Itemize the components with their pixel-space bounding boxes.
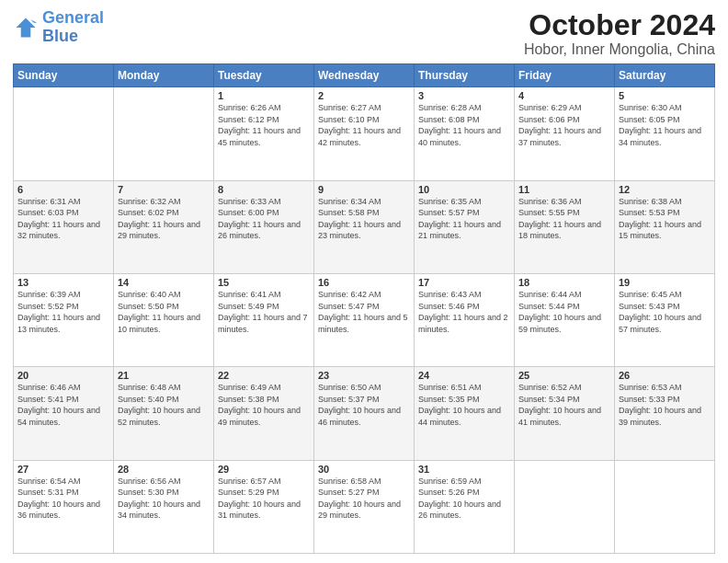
logo-line2: Blue [42, 27, 78, 45]
page: General Blue October 2024 Hobor, Inner M… [0, 0, 728, 563]
header-day-saturday: Saturday [615, 64, 715, 87]
header-row: SundayMondayTuesdayWednesdayThursdayFrid… [14, 64, 715, 87]
calendar-cell: 31Sunrise: 6:59 AMSunset: 5:26 PMDayligh… [415, 460, 515, 553]
calendar-cell: 19Sunrise: 6:45 AMSunset: 5:43 PMDayligh… [615, 273, 715, 366]
day-info: Sunrise: 6:53 AMSunset: 5:33 PMDaylight:… [619, 382, 711, 428]
day-info: Sunrise: 6:54 AMSunset: 5:31 PMDaylight:… [17, 476, 109, 522]
day-info: Sunrise: 6:34 AMSunset: 5:58 PMDaylight:… [318, 196, 410, 242]
day-info: Sunrise: 6:59 AMSunset: 5:26 PMDaylight:… [418, 476, 510, 522]
day-info: Sunrise: 6:52 AMSunset: 5:34 PMDaylight:… [518, 382, 610, 428]
logo-icon [13, 15, 39, 40]
logo-text: General Blue [42, 9, 104, 46]
day-number: 16 [318, 277, 410, 288]
day-info: Sunrise: 6:50 AMSunset: 5:37 PMDaylight:… [318, 382, 410, 428]
day-number: 28 [118, 464, 210, 475]
day-number: 3 [418, 90, 510, 101]
day-info: Sunrise: 6:32 AMSunset: 6:02 PMDaylight:… [118, 196, 210, 242]
calendar-cell: 26Sunrise: 6:53 AMSunset: 5:33 PMDayligh… [615, 367, 715, 460]
day-info: Sunrise: 6:28 AMSunset: 6:08 PMDaylight:… [418, 102, 510, 148]
calendar-cell: 6Sunrise: 6:31 AMSunset: 6:03 PMDaylight… [14, 180, 114, 273]
day-info: Sunrise: 6:30 AMSunset: 6:05 PMDaylight:… [619, 102, 711, 148]
calendar-cell: 13Sunrise: 6:39 AMSunset: 5:52 PMDayligh… [14, 273, 114, 366]
calendar-table: SundayMondayTuesdayWednesdayThursdayFrid… [13, 63, 715, 554]
header-day-monday: Monday [114, 64, 214, 87]
calendar-cell: 17Sunrise: 6:43 AMSunset: 5:46 PMDayligh… [415, 273, 515, 366]
calendar-cell: 12Sunrise: 6:38 AMSunset: 5:53 PMDayligh… [615, 180, 715, 273]
day-number: 26 [619, 370, 711, 381]
day-info: Sunrise: 6:46 AMSunset: 5:41 PMDaylight:… [17, 382, 109, 428]
day-info: Sunrise: 6:45 AMSunset: 5:43 PMDaylight:… [619, 289, 711, 335]
header-day-thursday: Thursday [415, 64, 515, 87]
day-number: 6 [17, 184, 109, 195]
calendar-cell: 15Sunrise: 6:41 AMSunset: 5:49 PMDayligh… [214, 273, 314, 366]
day-number: 27 [17, 464, 109, 475]
calendar-cell [114, 87, 214, 180]
header-day-sunday: Sunday [14, 64, 114, 87]
day-number: 30 [318, 464, 410, 475]
day-number: 14 [118, 277, 210, 288]
day-info: Sunrise: 6:26 AMSunset: 6:12 PMDaylight:… [218, 102, 310, 148]
day-info: Sunrise: 6:48 AMSunset: 5:40 PMDaylight:… [118, 382, 210, 428]
day-info: Sunrise: 6:27 AMSunset: 6:10 PMDaylight:… [318, 102, 410, 148]
calendar-cell: 20Sunrise: 6:46 AMSunset: 5:41 PMDayligh… [14, 367, 114, 460]
day-number: 15 [218, 277, 310, 288]
day-number: 22 [218, 370, 310, 381]
logo: General Blue [13, 9, 104, 46]
calendar-cell: 11Sunrise: 6:36 AMSunset: 5:55 PMDayligh… [515, 180, 615, 273]
calendar-cell: 21Sunrise: 6:48 AMSunset: 5:40 PMDayligh… [114, 367, 214, 460]
calendar-cell: 14Sunrise: 6:40 AMSunset: 5:50 PMDayligh… [114, 273, 214, 366]
calendar-cell: 18Sunrise: 6:44 AMSunset: 5:44 PMDayligh… [515, 273, 615, 366]
day-number: 7 [118, 184, 210, 195]
header-day-wednesday: Wednesday [314, 64, 415, 87]
calendar-cell: 3Sunrise: 6:28 AMSunset: 6:08 PMDaylight… [415, 87, 515, 180]
calendar-cell: 22Sunrise: 6:49 AMSunset: 5:38 PMDayligh… [214, 367, 314, 460]
day-number: 24 [418, 370, 510, 381]
day-number: 21 [118, 370, 210, 381]
day-number: 12 [619, 184, 711, 195]
calendar-cell [515, 460, 615, 553]
day-info: Sunrise: 6:44 AMSunset: 5:44 PMDaylight:… [518, 289, 610, 335]
calendar-body: 1Sunrise: 6:26 AMSunset: 6:12 PMDaylight… [14, 87, 715, 554]
day-info: Sunrise: 6:57 AMSunset: 5:29 PMDaylight:… [218, 476, 310, 522]
calendar-cell: 28Sunrise: 6:56 AMSunset: 5:30 PMDayligh… [114, 460, 214, 553]
week-row-0: 1Sunrise: 6:26 AMSunset: 6:12 PMDaylight… [14, 87, 715, 180]
calendar-cell [615, 460, 715, 553]
day-number: 4 [518, 90, 610, 101]
calendar-cell: 2Sunrise: 6:27 AMSunset: 6:10 PMDaylight… [314, 87, 415, 180]
day-info: Sunrise: 6:33 AMSunset: 6:00 PMDaylight:… [218, 196, 310, 242]
day-number: 20 [17, 370, 109, 381]
calendar-cell [14, 87, 114, 180]
day-number: 9 [318, 184, 410, 195]
page-subtitle: Hobor, Inner Mongolia, China [524, 41, 715, 58]
calendar-cell: 16Sunrise: 6:42 AMSunset: 5:47 PMDayligh… [314, 273, 415, 366]
day-number: 17 [418, 277, 510, 288]
svg-marker-1 [30, 19, 37, 23]
day-info: Sunrise: 6:43 AMSunset: 5:46 PMDaylight:… [418, 289, 510, 335]
calendar-cell: 7Sunrise: 6:32 AMSunset: 6:02 PMDaylight… [114, 180, 214, 273]
day-number: 8 [218, 184, 310, 195]
logo-line1: General [42, 8, 104, 27]
calendar-cell: 5Sunrise: 6:30 AMSunset: 6:05 PMDaylight… [615, 87, 715, 180]
calendar-cell: 27Sunrise: 6:54 AMSunset: 5:31 PMDayligh… [14, 460, 114, 553]
day-info: Sunrise: 6:39 AMSunset: 5:52 PMDaylight:… [17, 289, 109, 335]
day-info: Sunrise: 6:29 AMSunset: 6:06 PMDaylight:… [518, 102, 610, 148]
day-info: Sunrise: 6:49 AMSunset: 5:38 PMDaylight:… [218, 382, 310, 428]
day-info: Sunrise: 6:38 AMSunset: 5:53 PMDaylight:… [619, 196, 711, 242]
title-block: October 2024 Hobor, Inner Mongolia, Chin… [524, 9, 715, 58]
calendar-header: SundayMondayTuesdayWednesdayThursdayFrid… [14, 64, 715, 87]
day-info: Sunrise: 6:40 AMSunset: 5:50 PMDaylight:… [118, 289, 210, 335]
week-row-4: 27Sunrise: 6:54 AMSunset: 5:31 PMDayligh… [14, 460, 715, 553]
day-number: 5 [619, 90, 711, 101]
header: General Blue October 2024 Hobor, Inner M… [13, 9, 715, 58]
week-row-2: 13Sunrise: 6:39 AMSunset: 5:52 PMDayligh… [14, 273, 715, 366]
day-number: 1 [218, 90, 310, 101]
calendar-cell: 8Sunrise: 6:33 AMSunset: 6:00 PMDaylight… [214, 180, 314, 273]
day-number: 31 [418, 464, 510, 475]
header-day-tuesday: Tuesday [214, 64, 314, 87]
day-info: Sunrise: 6:42 AMSunset: 5:47 PMDaylight:… [318, 289, 410, 335]
day-number: 19 [619, 277, 711, 288]
week-row-1: 6Sunrise: 6:31 AMSunset: 6:03 PMDaylight… [14, 180, 715, 273]
day-info: Sunrise: 6:36 AMSunset: 5:55 PMDaylight:… [518, 196, 610, 242]
week-row-3: 20Sunrise: 6:46 AMSunset: 5:41 PMDayligh… [14, 367, 715, 460]
page-title: October 2024 [524, 9, 715, 41]
